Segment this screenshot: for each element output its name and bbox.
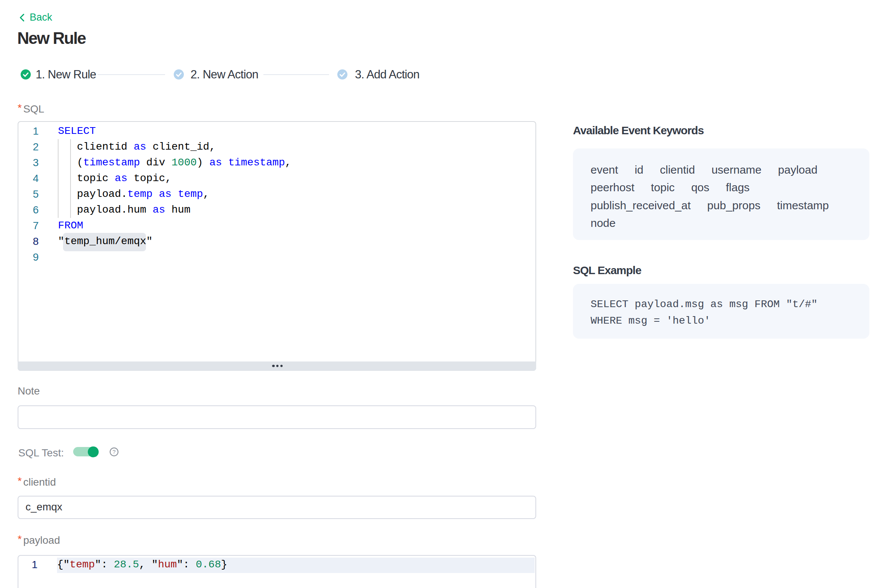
svg-text:?: ? [113, 448, 116, 455]
